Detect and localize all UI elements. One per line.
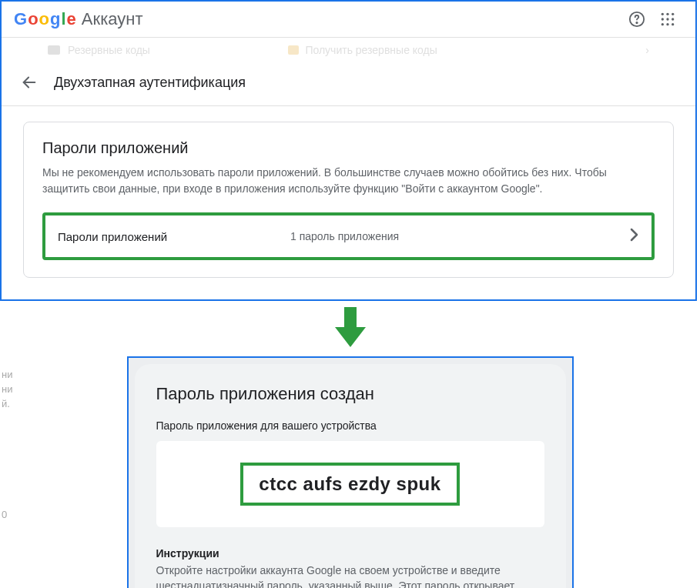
svg-point-3 xyxy=(666,13,668,15)
flow-arrow-icon xyxy=(0,306,700,352)
row-value: 1 пароль приложения xyxy=(290,230,630,242)
instructions-text: Откройте настройки аккаунта Google на св… xyxy=(156,563,544,588)
row-label: Пароли приложений xyxy=(58,230,290,243)
google-logo: Google Аккаунт xyxy=(14,9,142,29)
app-passwords-row[interactable]: Пароли приложений 1 пароль приложения xyxy=(42,212,655,260)
svg-point-10 xyxy=(672,23,674,25)
chevron-right-icon xyxy=(630,226,639,246)
app-passwords-card: Пароли приложений Мы не рекомендуем испо… xyxy=(23,122,674,278)
password-label: Пароль приложения для вашего устройства xyxy=(156,419,544,432)
instructions-title: Инструкции xyxy=(156,547,544,560)
svg-point-5 xyxy=(661,18,664,20)
svg-point-2 xyxy=(661,13,664,15)
svg-point-1 xyxy=(636,22,637,23)
apps-grid-icon[interactable] xyxy=(658,10,677,28)
faded-mid-text: Получить резервные коды xyxy=(305,44,437,56)
svg-point-4 xyxy=(672,13,674,15)
svg-point-8 xyxy=(661,23,664,25)
card-title: Пароли приложений xyxy=(42,139,655,157)
svg-point-9 xyxy=(666,23,668,25)
settings-panel: Google Аккаунт Резервные коды Получить р… xyxy=(0,0,697,301)
app-header: Google Аккаунт xyxy=(2,2,695,38)
help-icon[interactable] xyxy=(628,10,646,28)
back-arrow-icon[interactable] xyxy=(20,73,39,92)
dialog-title: Пароль приложения создан xyxy=(156,384,544,404)
card-description: Мы не рекомендуем использовать пароли пр… xyxy=(42,165,655,197)
password-created-dialog: Пароль приложения создан Пароль приложен… xyxy=(135,364,566,588)
faded-background-row: Резервные коды Получить резервные коды › xyxy=(2,38,695,62)
svg-point-6 xyxy=(666,18,668,20)
password-box: ctcc aufs ezdy spuk xyxy=(156,441,544,527)
password-highlight: ctcc aufs ezdy spuk xyxy=(240,463,459,506)
password-dialog-panel: ни ни й. 0 Пароль приложения создан Паро… xyxy=(127,356,574,588)
svg-rect-12 xyxy=(344,307,357,329)
svg-point-7 xyxy=(672,18,674,20)
svg-marker-13 xyxy=(335,327,366,347)
generated-password: ctcc aufs ezdy spuk xyxy=(259,473,440,495)
faded-left-text: Резервные коды xyxy=(68,44,150,56)
page-subheader: Двухэтапная аутентификация xyxy=(2,62,695,106)
account-label: Аккаунт xyxy=(82,9,143,29)
page-title: Двухэтапная аутентификация xyxy=(54,75,246,91)
